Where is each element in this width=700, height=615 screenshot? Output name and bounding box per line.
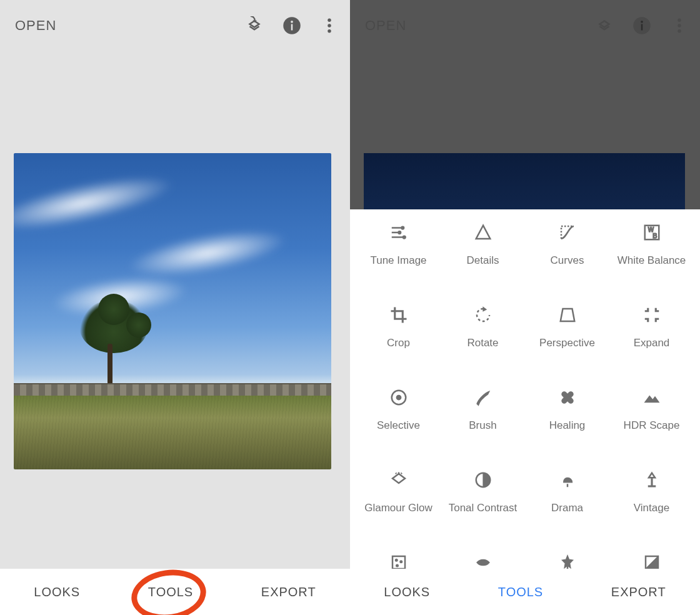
tool-tonal-contrast[interactable]: Tonal Contrast bbox=[441, 469, 525, 527]
tool-label: Tonal Contrast bbox=[449, 502, 518, 527]
tool-label: HDR Scape bbox=[624, 419, 680, 444]
selective-icon bbox=[388, 387, 409, 408]
screen-left-main: OPEN LOOKS TOOLS EXPORT bbox=[0, 0, 350, 615]
topbar-icons bbox=[245, 16, 339, 35]
bottom-tabs-right: LOOKS TOOLS EXPORT bbox=[350, 569, 700, 615]
tool-curves[interactable]: Curves bbox=[525, 222, 609, 279]
tool-label: Healing bbox=[549, 419, 586, 444]
tab-tools[interactable]: TOOLS bbox=[498, 585, 543, 599]
tool-brush[interactable]: Brush bbox=[441, 387, 525, 444]
svg-text:B: B bbox=[652, 232, 657, 239]
topbar-left: OPEN bbox=[0, 0, 350, 51]
tool-tune-image[interactable]: Tune Image bbox=[356, 222, 441, 279]
svg-point-3 bbox=[328, 19, 331, 22]
topbar-right: OPEN bbox=[350, 0, 700, 51]
dimmed-area: OPEN bbox=[350, 0, 700, 209]
canvas-photo[interactable] bbox=[14, 153, 331, 469]
tool-expand[interactable]: Expand bbox=[609, 304, 694, 362]
tool-glamour-glow[interactable]: Glamour Glow bbox=[356, 469, 441, 527]
svg-point-10 bbox=[678, 24, 681, 28]
undo-stack-icon[interactable] bbox=[245, 16, 264, 35]
tool-hdr-scape[interactable]: HDR Scape bbox=[609, 387, 694, 444]
tool-label: Crop bbox=[387, 337, 410, 362]
tool-drama[interactable]: Drama bbox=[525, 469, 609, 527]
svg-point-13 bbox=[398, 231, 401, 234]
open-button[interactable]: OPEN bbox=[365, 18, 406, 34]
curves-icon bbox=[557, 222, 578, 243]
svg-point-8 bbox=[641, 21, 643, 23]
more-menu-icon[interactable] bbox=[320, 16, 339, 35]
tool-label: Expand bbox=[634, 337, 670, 362]
svg-point-12 bbox=[401, 226, 404, 229]
tool-rotate[interactable]: Rotate bbox=[441, 304, 525, 362]
info-icon[interactable] bbox=[632, 16, 651, 35]
tab-tools[interactable]: TOOLS bbox=[148, 585, 193, 599]
svg-point-11 bbox=[678, 29, 681, 33]
tool-label: Brush bbox=[469, 419, 496, 444]
svg-point-14 bbox=[402, 236, 406, 239]
tool-details[interactable]: Details bbox=[441, 222, 525, 279]
svg-point-19 bbox=[396, 395, 401, 400]
healing-icon bbox=[557, 387, 578, 408]
hdr-scape-icon bbox=[641, 387, 662, 408]
tool-vintage[interactable]: Vintage bbox=[609, 469, 694, 527]
svg-point-29 bbox=[396, 564, 398, 567]
details-icon bbox=[472, 222, 494, 243]
tool-selective[interactable]: Selective bbox=[356, 387, 441, 444]
expand-icon bbox=[641, 304, 662, 326]
tool-label: Perspective bbox=[539, 337, 595, 362]
tools-sheet: Tune Image Details CurvesWB White Balanc… bbox=[350, 209, 700, 569]
tool-label: Vintage bbox=[634, 502, 669, 527]
tonal-contrast-icon bbox=[472, 469, 494, 491]
tool-label: Rotate bbox=[467, 337, 498, 362]
tool-label: White Balance bbox=[618, 254, 686, 279]
tool-label: Selective bbox=[377, 419, 420, 444]
svg-point-5 bbox=[328, 29, 331, 33]
tab-looks[interactable]: LOOKS bbox=[384, 585, 430, 599]
bottom-tabs-left: LOOKS TOOLS EXPORT bbox=[0, 569, 350, 615]
perspective-icon bbox=[557, 304, 578, 326]
tab-export[interactable]: EXPORT bbox=[611, 585, 666, 599]
tool-label: Drama bbox=[551, 502, 583, 527]
tune-image-icon bbox=[388, 222, 409, 243]
tool-label: Tune Image bbox=[370, 254, 426, 279]
brush-icon bbox=[472, 387, 494, 408]
screen-right-tools: OPEN Tune Image Details CurvesWB White B… bbox=[350, 0, 700, 615]
svg-point-27 bbox=[395, 559, 398, 561]
svg-point-4 bbox=[328, 24, 331, 28]
tool-healing[interactable]: Healing bbox=[525, 387, 609, 444]
svg-rect-7 bbox=[641, 24, 643, 31]
info-icon[interactable] bbox=[282, 16, 301, 35]
tool-white-balance[interactable]: WB White Balance bbox=[609, 222, 694, 279]
tool-label: Curves bbox=[551, 254, 584, 279]
svg-point-2 bbox=[291, 21, 293, 23]
tool-perspective[interactable]: Perspective bbox=[525, 304, 609, 362]
drama-icon bbox=[557, 469, 578, 491]
vintage-icon bbox=[641, 469, 662, 491]
tool-label: Details bbox=[467, 254, 499, 279]
svg-rect-1 bbox=[291, 24, 293, 31]
svg-point-9 bbox=[678, 19, 681, 22]
tab-looks[interactable]: LOOKS bbox=[34, 585, 80, 599]
white-balance-icon: WB bbox=[641, 222, 662, 243]
undo-stack-icon[interactable] bbox=[595, 16, 614, 35]
topbar-icons bbox=[595, 16, 689, 35]
crop-icon bbox=[388, 304, 409, 326]
tool-label: Glamour Glow bbox=[364, 502, 432, 527]
tab-export[interactable]: EXPORT bbox=[261, 585, 316, 599]
svg-rect-26 bbox=[392, 556, 405, 569]
open-button[interactable]: OPEN bbox=[15, 18, 56, 34]
glamour-glow-icon bbox=[388, 469, 409, 491]
rotate-icon bbox=[472, 304, 494, 326]
tool-crop[interactable]: Crop bbox=[356, 304, 441, 362]
more-menu-icon[interactable] bbox=[670, 16, 689, 35]
svg-point-28 bbox=[399, 561, 402, 563]
